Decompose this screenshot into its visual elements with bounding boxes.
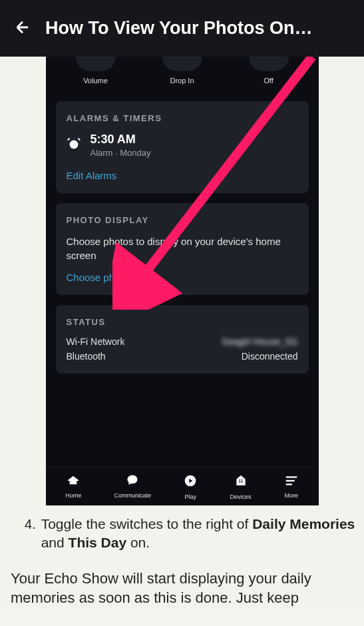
spacer xyxy=(46,384,319,467)
bottom-nav: Home Communicate Play xyxy=(46,467,319,505)
text-bold: This Day xyxy=(69,535,127,550)
control-volume: Volume xyxy=(66,57,126,85)
alarm-row: 5:30 AM Alarm · Monday xyxy=(67,133,298,158)
step-number: 4. xyxy=(25,517,36,532)
control-circle xyxy=(249,57,289,71)
control-label: Off xyxy=(264,77,273,85)
menu-icon xyxy=(284,474,299,489)
nav-play[interactable]: Play xyxy=(184,474,197,500)
svg-point-2 xyxy=(239,481,240,483)
chat-icon xyxy=(126,474,139,489)
bt-label: Bluetooth xyxy=(67,351,106,362)
back-arrow-icon[interactable] xyxy=(13,18,32,39)
svg-point-3 xyxy=(241,481,242,483)
control-circle xyxy=(76,57,116,71)
phone-screenshot: Volume Drop In Off ALARMS & TIMERS xyxy=(46,57,319,505)
svg-rect-5 xyxy=(242,479,242,481)
choose-photos-link[interactable]: Choose photos xyxy=(67,272,298,283)
nav-communicate[interactable]: Communicate xyxy=(114,474,151,500)
nav-label: Devices xyxy=(230,493,252,500)
step-text: Toggle the switches to the right of Dail… xyxy=(41,515,356,553)
article-text: 4. Toggle the switches to the right of D… xyxy=(0,505,364,611)
wifi-row: Wi-Fi Network Seagirl House_5G xyxy=(67,336,298,347)
wifi-value-text: Seagirl House_5G xyxy=(222,336,297,347)
wifi-value: Seagirl House_5G xyxy=(222,336,297,347)
wifi-label: Wi-Fi Network xyxy=(67,336,125,347)
home-icon xyxy=(66,474,81,489)
nav-devices[interactable]: Devices xyxy=(230,474,252,500)
nav-home[interactable]: Home xyxy=(65,474,81,500)
play-icon xyxy=(184,474,197,490)
page-header: How To View Your Photos On… xyxy=(0,0,364,57)
svg-point-0 xyxy=(69,141,78,149)
control-circle xyxy=(162,57,202,71)
devices-icon xyxy=(234,474,248,490)
nav-label: Home xyxy=(65,492,81,499)
photo-title: PHOTO DISPLAY xyxy=(67,215,298,225)
text-bold: Daily Memories xyxy=(252,516,355,531)
nav-label: Play xyxy=(184,493,196,500)
control-off: Off xyxy=(239,57,299,85)
svg-rect-4 xyxy=(239,479,240,481)
top-controls: Volume Drop In Off xyxy=(46,57,319,91)
article-body: Volume Drop In Off ALARMS & TIMERS xyxy=(0,57,364,611)
status-title: STATUS xyxy=(67,317,298,327)
alarms-card: ALARMS & TIMERS 5:30 AM Alarm · Monday E… xyxy=(56,101,309,193)
alarm-clock-icon xyxy=(67,137,81,154)
status-card: STATUS Wi-Fi Network Seagirl House_5G Bl… xyxy=(56,305,309,374)
control-dropin: Drop In xyxy=(152,57,212,85)
nav-label: More xyxy=(285,492,299,499)
article-paragraph: Your Echo Show will start displaying you… xyxy=(8,566,356,611)
text-fragment: and xyxy=(41,535,69,550)
photo-desc: Choose photos to display on your device'… xyxy=(67,234,298,262)
page-title: How To View Your Photos On… xyxy=(45,18,313,39)
photo-display-card: PHOTO DISPLAY Choose photos to display o… xyxy=(56,203,309,295)
bluetooth-row: Bluetooth Disconnected xyxy=(67,351,298,362)
text-fragment: Toggle the switches to the right of xyxy=(41,516,253,531)
alarm-sub: Alarm · Monday xyxy=(91,148,151,158)
control-label: Volume xyxy=(83,77,108,85)
text-fragment: on. xyxy=(126,535,150,550)
bt-value: Disconnected xyxy=(242,351,298,362)
alarms-title: ALARMS & TIMERS xyxy=(67,113,298,123)
control-label: Drop In xyxy=(170,77,194,85)
nav-label: Communicate xyxy=(114,492,151,499)
nav-more[interactable]: More xyxy=(284,474,299,500)
step-4: 4. Toggle the switches to the right of D… xyxy=(8,515,356,553)
alarm-time: 5:30 AM xyxy=(91,133,151,147)
edit-alarms-link[interactable]: Edit Alarms xyxy=(67,170,298,181)
